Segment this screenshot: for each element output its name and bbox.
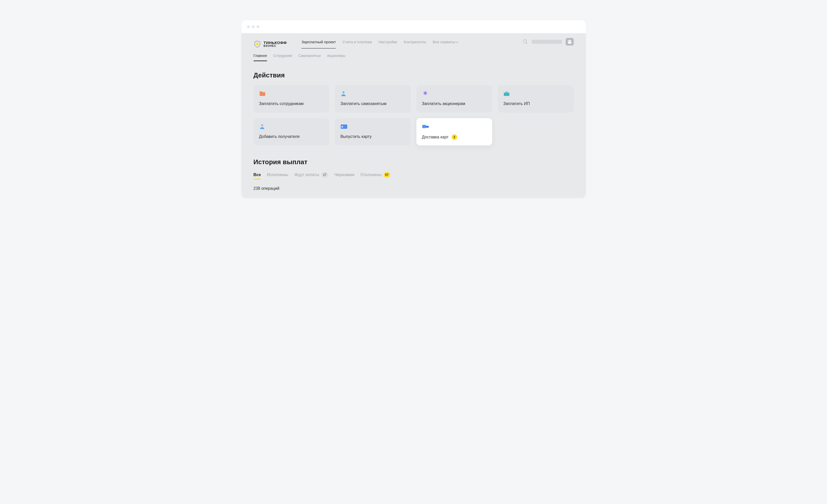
logo-title: ТИНЬКОФФ [264, 41, 287, 45]
action-card[interactable]: Доставка карт2 [417, 118, 492, 146]
action-card[interactable]: Добавить получателя [253, 118, 330, 146]
search-icon[interactable] [523, 39, 528, 45]
svg-rect-0 [256, 43, 258, 45]
sub-nav: ГлавноеСотрудникиСамозанятыеАкционеры [241, 50, 586, 61]
main-nav-label: Счета и платежи [342, 40, 372, 44]
person-self-icon [340, 90, 347, 97]
history-summary: 238 операций [253, 186, 574, 191]
history-tabs: ВсеИсполненыЖдут оплаты17ЧерновикиОтклон… [253, 172, 574, 180]
main-nav-item[interactable]: Счета и платежи [342, 40, 372, 49]
history-tab-label: Все [253, 173, 261, 177]
card-label-row: Доставка карт2 [422, 134, 487, 140]
window-dot [252, 25, 254, 28]
count-badge: 2 [452, 134, 457, 140]
main-nav: Зарплатный проектСчета и платежиНастройк… [301, 40, 458, 49]
card-label: Доставка карт [422, 135, 449, 139]
history-tab-label: Исполнены [267, 173, 288, 177]
card-label-row: Выпустить карту [340, 134, 405, 139]
topbar: ТИНЬКОФФ БИЗНЕС Зарплатный проектСчета и… [241, 34, 586, 50]
action-card[interactable]: Заплатить сотрудникам [253, 85, 330, 113]
sub-nav-item[interactable]: Главное [253, 54, 267, 61]
shareholder-icon [422, 90, 429, 97]
card-label: Заплатить самозанятым [340, 102, 387, 106]
history-tab-label: Ждут оплаты [294, 173, 319, 177]
card-label: Заплатить акционерам [422, 102, 465, 106]
history-tab-label: Черновики [334, 173, 355, 177]
svg-point-1 [342, 91, 344, 93]
main-nav-label: Зарплатный проект [301, 40, 336, 44]
window-controls [247, 25, 259, 28]
chevron-down-icon [456, 40, 459, 43]
main-nav-item[interactable]: Настройки [378, 40, 397, 49]
history-tab[interactable]: Черновики [334, 173, 355, 180]
logo-subtitle: БИЗНЕС [264, 45, 287, 47]
card-label: Заплатить ИП [503, 102, 530, 106]
card-label-row: Добавить получателя [259, 134, 324, 139]
card-label-row: Заплатить самозанятым [340, 102, 405, 106]
brand-logo[interactable]: ТИНЬКОФФ БИЗНЕС [253, 40, 287, 48]
app-root: ТИНЬКОФФ БИЗНЕС Зарплатный проектСчета и… [241, 34, 586, 198]
logo-text: ТИНЬКОФФ БИЗНЕС [264, 41, 287, 47]
account-name-placeholder [532, 40, 562, 44]
main-nav-label: Контрагенты [404, 40, 426, 44]
delivery-icon [422, 123, 429, 130]
action-card[interactable]: Заплатить ИП [498, 85, 574, 113]
sub-nav-item[interactable]: Сотрудники [273, 54, 292, 61]
briefcase-icon [503, 90, 510, 97]
history-title: История выплат [253, 158, 574, 166]
card-label: Добавить получателя [259, 134, 300, 139]
window-dot [256, 25, 259, 28]
topbar-right [523, 38, 574, 50]
history-tab[interactable]: Отклонены57 [360, 172, 390, 180]
card-label-row: Заплатить ИП [503, 102, 568, 106]
card-label-row: Заплатить сотрудникам [259, 102, 324, 106]
card-label: Заплатить сотрудникам [259, 102, 304, 106]
account-app-icon[interactable] [566, 38, 574, 46]
sub-nav-item[interactable]: Акционеры [327, 54, 345, 61]
main-nav-item[interactable]: Все сервисы [433, 40, 458, 49]
card-label: Выпустить карту [340, 134, 372, 139]
tab-count-badge: 57 [384, 172, 390, 178]
main-nav-label: Все сервисы [433, 40, 455, 44]
history-tab-label: Отклонены [360, 173, 382, 177]
main-nav-label: Настройки [378, 40, 397, 44]
svg-rect-7 [341, 126, 343, 127]
folder-icon [259, 90, 266, 97]
logo-shield-icon [253, 40, 261, 48]
browser-window: ТИНЬКОФФ БИЗНЕС Зарплатный проектСчета и… [241, 20, 586, 198]
page-frame: ТИНЬКОФФ БИЗНЕС Зарплатный проектСчета и… [231, 10, 596, 208]
svg-point-3 [424, 92, 426, 94]
sub-nav-item[interactable]: Самозанятые [298, 54, 321, 61]
svg-rect-8 [422, 125, 426, 128]
actions-title: Действия [253, 71, 574, 79]
content: Действия Заплатить сотрудникамЗаплатить … [241, 61, 586, 198]
window-dot [247, 25, 250, 28]
add-person-icon [259, 123, 266, 130]
browser-chrome [241, 20, 586, 34]
action-cards: Заплатить сотрудникамЗаплатить самозанят… [253, 85, 574, 146]
action-card[interactable]: Заплатить акционерам [417, 85, 492, 113]
history-tab[interactable]: Ждут оплаты17 [294, 172, 328, 180]
history-tab[interactable]: Все [253, 173, 261, 180]
action-card[interactable]: Выпустить карту [335, 118, 411, 146]
action-card[interactable]: Заплатить самозанятым [335, 85, 411, 113]
history-tab[interactable]: Исполнены [267, 173, 288, 180]
tab-count-badge: 17 [321, 172, 328, 178]
main-nav-item[interactable]: Зарплатный проект [301, 40, 336, 49]
main-nav-item[interactable]: Контрагенты [404, 40, 426, 49]
svg-point-4 [261, 124, 263, 126]
card-plus-icon [340, 123, 347, 130]
card-label-row: Заплатить акционерам [422, 102, 487, 106]
